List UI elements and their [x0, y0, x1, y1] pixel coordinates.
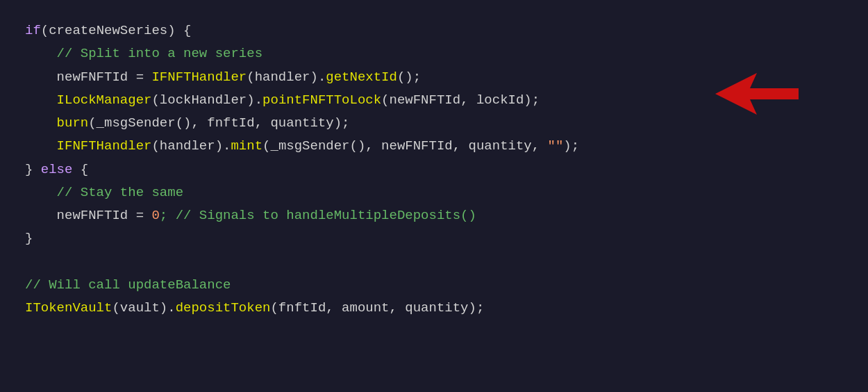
- code-line-11: [25, 251, 843, 274]
- code-text: {: [72, 158, 88, 181]
- func-pointfnfttolock: pointFNFTToLock: [262, 89, 381, 112]
- func-ifnfthandler2: IFNFTHandler: [57, 135, 152, 158]
- code-line-8: // Stay the same: [25, 181, 843, 204]
- comment-stay: // Stay the same: [25, 181, 183, 204]
- code-line-2: // Split into a new series: [25, 42, 843, 65]
- code-line-12: // Will call updateBalance: [25, 274, 843, 297]
- code-text: (handler).: [247, 66, 326, 89]
- literal-zero: 0: [151, 204, 159, 227]
- code-text: [25, 89, 57, 112]
- comment-split: // Split into a new series: [25, 42, 262, 65]
- func-getnextid: getNextId: [326, 66, 397, 89]
- comment-will-call: // Will call updateBalance: [25, 274, 231, 297]
- func-itokenvault: ITokenVault: [25, 297, 112, 320]
- code-text: (_msgSender(), newFNFTId, quantity,: [262, 135, 547, 158]
- code-text: (lockHandler).: [151, 89, 262, 112]
- code-text: );: [563, 135, 579, 158]
- code-text: (_msgSender(), fnftId, quantity);: [88, 112, 349, 135]
- red-arrow-icon: [715, 73, 799, 115]
- code-line-9: newFNFTId = 0; // Signals to handleMulti…: [25, 204, 843, 227]
- func-ilockmanager: ILockManager: [57, 89, 152, 112]
- code-line-6: IFNFTHandler(handler).mint(_msgSender(),…: [25, 135, 843, 158]
- keyword-if: if: [25, 19, 41, 42]
- code-text: (handler).: [151, 135, 231, 158]
- svg-marker-0: [715, 73, 799, 115]
- code-text: [25, 251, 33, 274]
- code-text: (createNewSeries) {: [41, 19, 192, 42]
- func-ifnfthandler: IFNFTHandler: [151, 66, 247, 89]
- string-empty: "": [548, 135, 564, 158]
- code-line-13: ITokenVault(vault).depositToken(fnftId, …: [25, 297, 843, 320]
- code-text: (fnftId, amount, quantity);: [270, 297, 484, 320]
- code-text: [25, 112, 57, 135]
- code-line-1: if(createNewSeries) {: [25, 19, 843, 42]
- code-line-7: } else {: [25, 158, 843, 181]
- func-deposittoken: depositToken: [176, 297, 271, 320]
- code-block: if(createNewSeries) { // Split into a ne…: [0, 0, 868, 392]
- comment-signals: ; // Signals to handleMultipleDeposits(): [160, 204, 476, 227]
- func-burn: burn: [57, 112, 89, 135]
- code-text: (vault).: [112, 297, 175, 320]
- code-text: [25, 135, 57, 158]
- code-text: (newFNFTId, lockId);: [381, 89, 540, 112]
- code-text: newFNFTId =: [25, 204, 151, 227]
- code-line-10: }: [25, 227, 843, 250]
- keyword-else: else: [41, 158, 73, 181]
- code-text: ();: [397, 66, 421, 89]
- code-text: newFNFTId =: [25, 66, 151, 89]
- code-text: }: [25, 227, 33, 250]
- code-text: }: [25, 158, 41, 181]
- code-line-5: burn(_msgSender(), fnftId, quantity);: [25, 112, 843, 135]
- func-mint: mint: [231, 135, 262, 158]
